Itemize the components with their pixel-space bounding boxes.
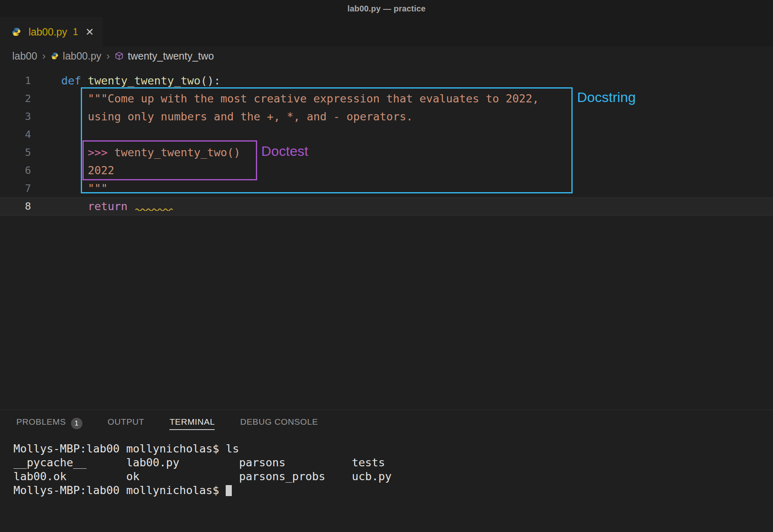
line-number: 6 [0, 162, 46, 180]
tab-debug-console[interactable]: DEBUG CONSOLE [240, 417, 318, 430]
breadcrumb-separator: › [106, 50, 110, 62]
code-line: 4 [0, 126, 773, 144]
breadcrumb-separator: › [42, 50, 46, 62]
terminal-line: __pycache__ lab00.py parsons tests [13, 456, 773, 470]
line-number: 7 [0, 180, 46, 197]
terminal-label: TERMINAL [169, 417, 215, 430]
output-label: OUTPUT [108, 417, 144, 430]
tab-output[interactable]: OUTPUT [108, 417, 144, 430]
code-line: 5 >>> twenty_twenty_two() [0, 144, 773, 162]
line-number: 8 [0, 197, 46, 215]
bottom-panel: PROBLEMS 1 OUTPUT TERMINAL DEBUG CONSOLE… [0, 410, 773, 532]
breadcrumb-file[interactable]: lab00.py [63, 50, 102, 62]
code-text: """ [46, 180, 108, 197]
python-icon [51, 52, 59, 60]
code-text: return [46, 197, 174, 215]
terminal-line: Mollys-MBP:lab00 mollynicholas$ ls [13, 442, 773, 456]
debug-console-label: DEBUG CONSOLE [240, 417, 318, 430]
problems-label: PROBLEMS [16, 417, 66, 430]
code-line: 6 2022 [0, 162, 773, 180]
code-line: 7 """ [0, 180, 773, 197]
breadcrumb-folder[interactable]: lab00 [12, 50, 37, 62]
panel-tab-bar: PROBLEMS 1 OUTPUT TERMINAL DEBUG CONSOLE [0, 410, 773, 437]
terminal-output[interactable]: Mollys-MBP:lab00 mollynicholas$ ls __pyc… [0, 437, 773, 497]
code-text: """Come up with the most creative expres… [46, 90, 539, 108]
tab-close-button[interactable]: ✕ [85, 26, 94, 38]
code-text: def twenty_twenty_two(): [46, 72, 220, 90]
titlebar: lab00.py — practice [0, 0, 773, 17]
window-title: lab00.py — practice [347, 4, 426, 13]
code-text: >>> twenty_twenty_two() [46, 144, 240, 162]
line-number: 3 [0, 108, 46, 126]
tab-warning-badge: 1 [73, 27, 78, 38]
tab-label: lab00.py [29, 26, 67, 38]
symbol-cube-icon [115, 51, 124, 60]
code-line-active: 8 return [0, 197, 773, 215]
terminal-cursor [226, 485, 232, 496]
tab-terminal[interactable]: TERMINAL [169, 417, 215, 430]
code-line: 1 def twenty_twenty_two(): [0, 72, 773, 90]
tab-problems[interactable]: PROBLEMS 1 [16, 417, 82, 430]
code-editor[interactable]: 1 def twenty_twenty_two(): 2 """Come up … [0, 65, 773, 410]
terminal-line: lab00.ok ok parsons_probs ucb.py [13, 470, 773, 483]
code-line: 2 """Come up with the most creative expr… [0, 90, 773, 108]
tab-bar: lab00.py 1 ✕ [0, 17, 773, 47]
code-line: 3 using only numbers and the +, *, and -… [0, 108, 773, 126]
line-number: 4 [0, 126, 46, 144]
breadcrumb: lab00 › lab00.py › twenty_twenty_two [0, 47, 773, 65]
code-text [46, 126, 61, 144]
code-text: 2022 [46, 162, 114, 180]
problems-count-badge: 1 [71, 418, 82, 429]
terminal-prompt-line: Mollys-MBP:lab00 mollynicholas$ [13, 483, 773, 497]
editor-tab-lab00[interactable]: lab00.py 1 ✕ [0, 17, 103, 47]
code-text: using only numbers and the +, *, and - o… [46, 108, 413, 126]
breadcrumb-symbol[interactable]: twenty_twenty_two [128, 50, 214, 62]
warning-squiggle-icon [135, 207, 174, 211]
python-icon [11, 27, 21, 37]
line-number: 2 [0, 90, 46, 108]
line-number: 1 [0, 72, 46, 90]
line-number: 5 [0, 144, 46, 162]
